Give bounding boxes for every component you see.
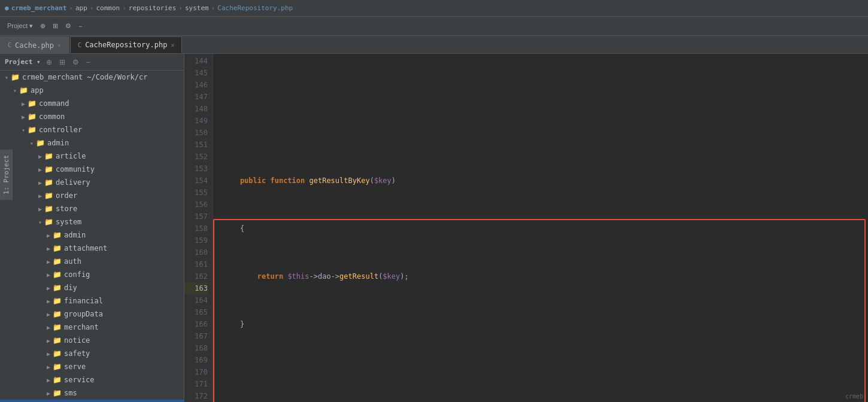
tree-item-root[interactable]: ▾ 📁 crmeb_merchant ~/Code/Work/cr [0,71,184,84]
tree-item-sms[interactable]: ▶ 📁 sms [0,386,184,400]
breadcrumb-common: common [96,4,120,12]
tab-cache-php[interactable]: C Cache.php × [0,36,69,53]
notice-folder-icon: 📁 [53,336,62,345]
tree-label-auth: auth [64,257,81,266]
tree-label-order: order [56,191,77,200]
tree-label-root: crmeb_merchant ~/Code/Work/cr [22,73,148,81]
tab-cache-close[interactable]: × [57,42,61,48]
tree-item-config[interactable]: ▶ 📁 config [0,268,184,281]
breadcrumb-system: system [185,4,209,12]
project-side-tab[interactable]: 1: Project [0,150,13,200]
arrow-store: ▶ [36,206,44,212]
serve-folder-icon: 📁 [53,363,62,371]
breadcrumb-sep4: › [178,4,183,12]
tree-item-controller[interactable]: ▾ 📁 controller [0,123,184,136]
root-folder-icon: 📁 [11,73,20,81]
arrow-controller: ▾ [19,127,28,133]
sidebar-close-btn[interactable]: − [84,57,92,67]
tree-label-merchant: merchant [64,323,99,331]
diy-folder-icon: 📁 [53,284,62,292]
tree-label-attachment: attachment [64,244,107,252]
tree-label-community: community [56,165,95,173]
watermark: crmeb [845,393,863,400]
tree-item-financial[interactable]: ▶ 📁 financial [0,294,184,307]
arrow-service: ▶ [44,377,53,383]
safety-folder-icon: 📁 [53,349,62,358]
breadcrumb-sep2: › [90,4,94,12]
tree-item-system[interactable]: ▾ 📁 system [0,215,184,229]
store-folder-icon: 📁 [44,205,53,213]
arrow-article: ▶ [36,153,44,160]
sidebar: Project ▾ ⊕ ⊞ ⚙ − ▾ 📁 crmeb_merchant ~/C… [0,54,184,402]
delivery-folder-icon: 📁 [44,178,53,187]
tab-cacherepo-label: CacheRepository.php [85,41,167,49]
arrow-app: ▾ [11,87,19,94]
tree-item-groupdata[interactable]: ▶ 📁 groupData [0,307,184,321]
code-content[interactable]: public function getResultByKey($key) { r… [213,54,868,402]
arrow-safety: ▶ [44,351,53,357]
tree-label-notice: notice [64,336,90,345]
tree-label-sms: sms [64,389,77,397]
tree-item-service[interactable]: ▶ 📁 service [0,373,184,386]
sidebar-new-btn[interactable]: ⊕ [44,57,54,67]
layout-icon-btn[interactable]: ⊞ [50,21,60,31]
command-folder-icon: 📁 [28,99,37,108]
tab-cacherepo-icon: C [78,42,81,48]
sys-admin-folder-icon: 📁 [53,231,62,239]
tree-item-notice[interactable]: ▶ 📁 notice [0,334,184,347]
arrow-root: ▾ [2,74,11,81]
tree-item-delivery[interactable]: ▶ 📁 delivery [0,176,184,189]
controller-folder-icon: 📁 [28,126,37,134]
title-bar: ● crmeb_merchant › app › common › reposi… [0,0,868,17]
tree-label-financial: financial [64,297,103,305]
arrow-auth: ▶ [44,258,53,265]
tree-label-admin: admin [47,139,69,147]
tab-cacherepository-php[interactable]: C CacheRepository.php × [70,36,182,53]
tree-item-serve[interactable]: ▶ 📁 serve [0,360,184,373]
gear-icon-btn[interactable]: ⚙ [63,21,74,31]
tree-item-app[interactable]: ▾ 📁 app [0,84,184,97]
breadcrumb-repositories: repositories [129,4,176,12]
title-icon: ● [5,4,9,12]
tree-item-attachment[interactable]: ▶ 📁 attachment [0,242,184,255]
tree-item-merchant[interactable]: ▶ 📁 merchant [0,321,184,334]
breadcrumb-root: crmeb_merchant [11,4,67,12]
tree-item-safety[interactable]: ▶ 📁 safety [0,347,184,360]
sidebar-layout-btn[interactable]: ⊞ [57,57,67,67]
tree-item-cache-php[interactable]: ▶ C Cache.php [0,400,184,402]
tree-item-command[interactable]: ▶ 📁 command [0,97,184,110]
tab-bar: C Cache.php × C CacheRepository.php × [0,36,868,54]
sms-folder-icon: 📁 [53,389,62,397]
tree-item-article[interactable]: ▶ 📁 article [0,150,184,163]
tree-item-sys-admin[interactable]: ▶ 📁 admin [0,229,184,242]
sidebar-title: Project ▾ [5,58,41,66]
tree-label-common: common [39,112,65,121]
tab-cacherepo-close[interactable]: × [171,42,174,48]
tree-item-store[interactable]: ▶ 📁 store [0,202,184,215]
auth-folder-icon: 📁 [53,257,62,266]
tree-item-diy[interactable]: ▶ 📁 diy [0,281,184,294]
close-icon-btn[interactable]: − [76,22,84,31]
breadcrumb-sep5: › [211,4,216,12]
arrow-sms: ▶ [44,390,53,397]
system-folder-icon: 📁 [44,218,53,226]
tree-label-app: app [31,86,44,95]
tree-item-auth[interactable]: ▶ 📁 auth [0,255,184,268]
project-dropdown[interactable]: Project ▾ [5,21,35,31]
tree-item-order[interactable]: ▶ 📁 order [0,189,184,202]
tree-item-admin[interactable]: ▾ 📁 admin [0,136,184,150]
tree-label-command: command [39,99,69,108]
arrow-notice: ▶ [44,337,53,344]
tree-item-community[interactable]: ▶ 📁 community [0,163,184,176]
new-icon-btn[interactable]: ⊕ [38,21,48,31]
merchant-folder-icon: 📁 [53,323,62,331]
tree-item-common[interactable]: ▶ 📁 common [0,110,184,123]
financial-folder-icon: 📁 [53,297,62,305]
sidebar-gear-btn[interactable]: ⚙ [71,57,81,67]
code-line-148: } [223,318,868,330]
tree-label-diy: diy [64,284,77,292]
tree-label-delivery: delivery [56,178,90,187]
editor[interactable]: 144 145 146 147 148 149 150 151 152 153 … [184,54,868,402]
toolbar: Project ▾ ⊕ ⊞ ⚙ − [0,17,868,36]
tree-label-serve: serve [64,363,86,371]
